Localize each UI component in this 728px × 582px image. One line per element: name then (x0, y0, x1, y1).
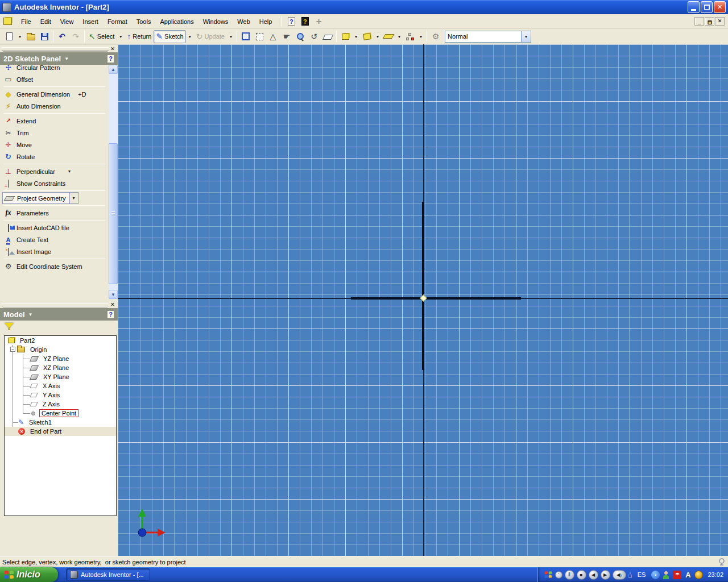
volume-button[interactable]: ◀) (613, 570, 626, 580)
tool-create-text[interactable]: ACreate Text (0, 234, 109, 246)
previous-button[interactable]: ◀ (589, 570, 598, 580)
shadow-dropdown-button[interactable]: ▾ (395, 30, 403, 43)
menu-format[interactable]: Format (103, 16, 132, 27)
update-button[interactable]: ↻ Update (194, 30, 227, 43)
menu-web[interactable]: Web (233, 16, 254, 27)
select-button[interactable]: ↖ Select (86, 30, 117, 43)
appearance-button[interactable]: ⚙ (429, 30, 442, 43)
sketch-dropdown-button[interactable]: ▾ (186, 30, 194, 43)
mdi-restore-button[interactable] (705, 17, 714, 26)
tool-show-constraints[interactable]: Show Constraints (0, 177, 109, 189)
tool-extend[interactable]: ↗Extend (0, 115, 109, 127)
shaded-display-button[interactable] (338, 30, 352, 43)
tree-item-xz-plane[interactable]: XZ Plane (5, 363, 116, 372)
msn-tray-icon[interactable]: ‹ (651, 571, 660, 579)
restore-button[interactable] (701, 1, 713, 13)
tree-item-end-of-part[interactable]: ✕ End of Part (5, 427, 116, 436)
undo-button[interactable]: ↶ (55, 30, 69, 43)
sketch-panel-header[interactable]: 2D Sketch Panel ▼ ? (0, 52, 118, 65)
shadow-display-button[interactable] (382, 30, 395, 43)
zoom-window-button[interactable] (253, 30, 266, 43)
tool-rotate[interactable]: ↻Rotate (0, 151, 109, 163)
add-toolbar-button[interactable]: + (313, 16, 324, 27)
pan-button[interactable]: ☛ (280, 30, 293, 43)
new-button[interactable] (2, 30, 16, 43)
menu-view[interactable]: View (56, 16, 78, 27)
save-button[interactable] (38, 30, 51, 43)
zoom-all-button[interactable] (239, 30, 253, 43)
return-button[interactable]: ↑ Return (125, 30, 154, 43)
project-geometry-dropdown-button[interactable]: ▾ (70, 192, 78, 204)
tree-item-part2[interactable]: Part2 (5, 336, 116, 345)
tool-parameters[interactable]: fxParameters (0, 207, 109, 219)
sketch-panel-gripbar[interactable]: ✕ (0, 45, 118, 52)
tool-circular-pattern[interactable]: ✣Circular Pattern (0, 65, 109, 73)
tool-move[interactable]: ✛Move (0, 139, 109, 151)
chevron-down-icon[interactable]: ▾ (68, 169, 71, 174)
sketch-panel-close-button[interactable]: ✕ (109, 45, 116, 52)
minimize-button[interactable] (688, 1, 700, 13)
tool-offset[interactable]: ▭Offset (0, 73, 109, 85)
update-dropdown-button[interactable]: ▾ (227, 30, 235, 43)
camera-dropdown-button[interactable]: ▾ (374, 30, 382, 43)
scroll-down-button[interactable]: ▼ (109, 290, 118, 299)
combo-dropdown-button[interactable]: ▾ (521, 31, 531, 42)
tree-item-x-axis[interactable]: X Axis (5, 381, 116, 390)
tree-item-xy-plane[interactable]: XY Plane (5, 372, 116, 381)
menu-help[interactable]: Help (255, 16, 277, 27)
collapse-expander[interactable]: − (10, 347, 15, 352)
open-button[interactable] (24, 30, 38, 43)
menu-windows[interactable]: Windows (198, 16, 233, 27)
menu-edit[interactable]: Edit (36, 16, 56, 27)
tool-trim[interactable]: ✂Trim (0, 127, 109, 139)
task-button-inventor[interactable]: Autodesk Inventor - [... (66, 568, 150, 581)
new-dropdown-button[interactable]: ▾ (16, 30, 24, 43)
messenger-tray-icon[interactable] (662, 571, 671, 579)
tool-insert-image[interactable]: Insert Image (0, 246, 109, 257)
tool-project-geometry[interactable]: Project Geometry ▾ (2, 192, 106, 204)
model-panel-close-button[interactable]: ✕ (109, 301, 116, 308)
redo-button[interactable]: ↷ (69, 30, 82, 43)
tree-item-y-axis[interactable]: Y Axis (5, 390, 116, 400)
sketch-panel-help-button[interactable]: ? (107, 55, 114, 63)
sketch-panel-scrollbar[interactable]: ▲ ▼ (109, 65, 118, 299)
clock[interactable]: 23:02 (705, 571, 723, 578)
tool-general-dimension[interactable]: ◆General Dimension+D (0, 88, 109, 100)
tree-item-origin[interactable]: − Origin (5, 345, 116, 354)
select-dropdown-button[interactable]: ▾ (117, 30, 125, 43)
model-panel-gripbar[interactable]: ✕ (0, 301, 118, 308)
close-button[interactable]: ✕ (714, 1, 726, 13)
communication-center-icon[interactable] (718, 558, 726, 567)
antivirus-tray-icon[interactable]: ☂ (673, 571, 681, 579)
look-at-button[interactable] (321, 30, 334, 43)
tool-perpendicular[interactable]: ⊥Perpendicular▾ (0, 165, 109, 177)
language-indicator[interactable]: ES (634, 571, 650, 578)
center-point-marker[interactable] (420, 294, 427, 302)
menu-file[interactable]: File (16, 16, 36, 27)
filter-button[interactable] (5, 323, 14, 331)
tool-auto-dimension[interactable]: ⚡Auto Dimension (0, 100, 109, 112)
disc-tray-icon[interactable] (694, 571, 703, 579)
y-axis-segment[interactable] (422, 202, 424, 370)
camera-view-button[interactable] (360, 30, 374, 43)
rotate-view-button[interactable]: ↺ (307, 30, 321, 43)
scroll-thumb[interactable] (109, 143, 118, 284)
media-chevron-button[interactable]: ˇ (555, 571, 562, 579)
component-dropdown-button[interactable]: ▾ (417, 30, 425, 43)
tool-edit-coordinate-system[interactable]: ⚙Edit Coordinate System (0, 260, 109, 272)
x-axis-segment[interactable] (351, 297, 521, 300)
tool-insert-autocad-file[interactable]: Insert AutoCAD file (0, 222, 109, 234)
shaded-dropdown-button[interactable]: ▾ (352, 30, 360, 43)
menu-tools[interactable]: Tools (132, 16, 156, 27)
menu-applications[interactable]: Applications (155, 16, 198, 27)
model-panel-header[interactable]: Model ▼ ? (0, 308, 118, 321)
zoom-select-button[interactable] (293, 30, 307, 43)
mdi-close-button[interactable]: ✕ (715, 17, 725, 26)
tree-item-sketch1[interactable]: ✎ Sketch1 (5, 418, 116, 427)
style-combobox[interactable]: Normal ▾ (445, 31, 531, 43)
letter-a-tray-icon[interactable]: A (684, 571, 692, 579)
toolbar-resize-control[interactable]: ↕ ❏ (628, 571, 632, 578)
tree-item-z-axis[interactable]: Z Axis (5, 400, 116, 409)
stop-button[interactable]: ■ (577, 570, 586, 580)
document-cube-icon[interactable] (3, 18, 12, 25)
